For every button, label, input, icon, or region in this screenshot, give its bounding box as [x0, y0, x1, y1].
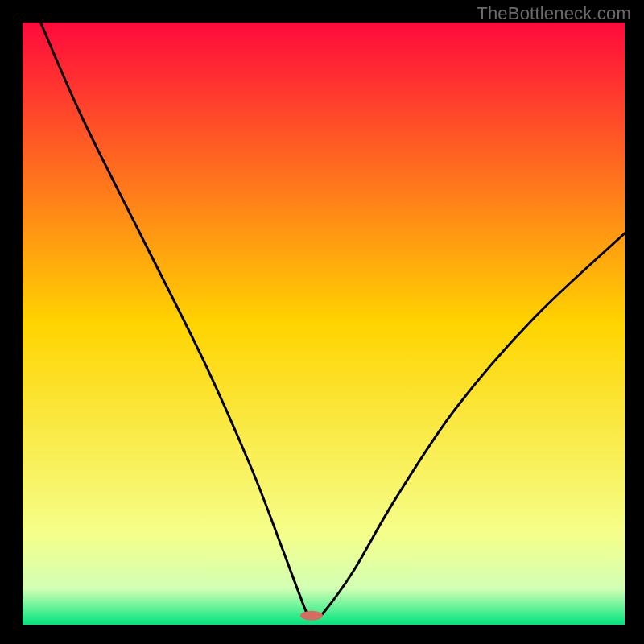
- bottleneck-chart: [23, 23, 625, 625]
- attribution-label: TheBottleneck.com: [477, 3, 631, 24]
- plot-area: [23, 23, 625, 625]
- chart-frame: TheBottleneck.com: [0, 0, 644, 644]
- gradient-background: [23, 23, 625, 625]
- optimal-point-marker: [300, 611, 323, 621]
